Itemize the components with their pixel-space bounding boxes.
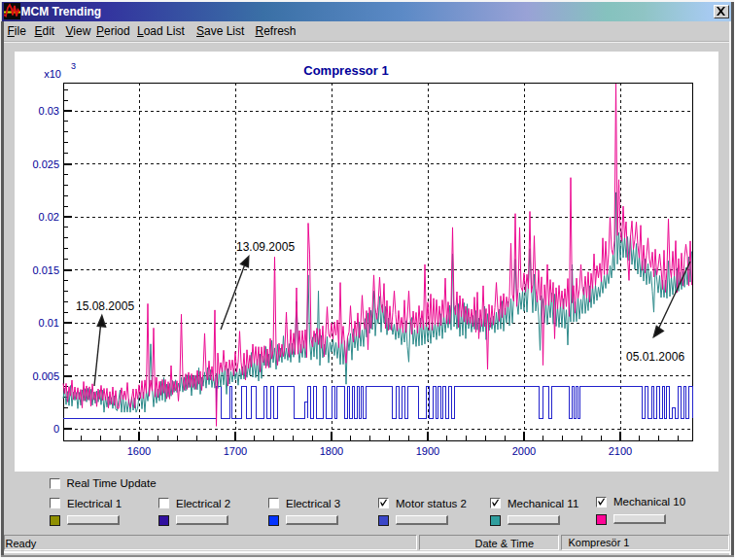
svg-text:13.09.2005: 13.09.2005 <box>236 240 295 254</box>
svg-text:x10: x10 <box>44 68 61 80</box>
svg-text:1800: 1800 <box>320 445 343 457</box>
svg-text:2000: 2000 <box>512 445 536 457</box>
svg-text:0.02: 0.02 <box>39 211 59 223</box>
svg-text:15.08.2005: 15.08.2005 <box>76 299 134 313</box>
svg-text:3: 3 <box>71 61 76 71</box>
svg-text:0.03: 0.03 <box>39 105 59 117</box>
svg-text:0.015: 0.015 <box>32 264 59 276</box>
svg-text:05.01.2006: 05.01.2006 <box>626 350 684 364</box>
svg-text:0: 0 <box>53 423 59 435</box>
svg-text:0.025: 0.025 <box>32 158 59 170</box>
svg-text:1900: 1900 <box>416 445 439 457</box>
svg-text:0.005: 0.005 <box>32 370 59 382</box>
svg-text:2100: 2100 <box>609 445 632 457</box>
svg-text:1600: 1600 <box>127 445 151 457</box>
svg-text:0.01: 0.01 <box>39 317 59 329</box>
svg-text:1700: 1700 <box>224 445 247 457</box>
svg-text:Compressor 1: Compressor 1 <box>303 63 388 78</box>
